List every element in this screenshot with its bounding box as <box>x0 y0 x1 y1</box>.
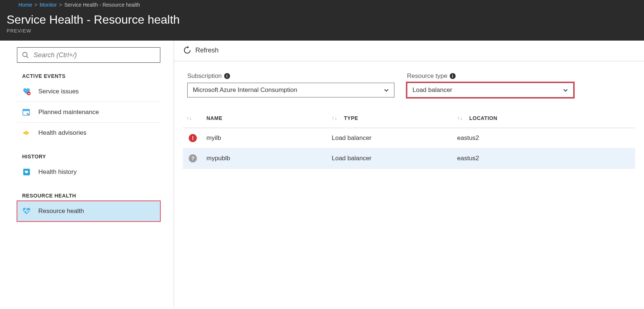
col-location[interactable]: ↑↓LOCATION <box>453 109 635 128</box>
info-icon[interactable]: i <box>450 73 456 79</box>
resource-type-label: Resource type i <box>407 72 574 80</box>
sidebar-item-health-advisories[interactable]: Health advisories <box>17 123 160 143</box>
col-status[interactable]: ↑↓ <box>183 109 203 128</box>
filter-subscription: Subscription i Microsoft Azure Internal … <box>187 72 394 97</box>
content-panel: Refresh Subscription i Microsoft Azure I… <box>174 41 644 307</box>
resource-type-value: Load balancer <box>412 86 452 94</box>
resource-type-label-text: Resource type <box>407 72 448 80</box>
section-active-events: ACTIVE EVENTS <box>22 73 160 79</box>
header-bar: Home > Monitor > Service Health - Resour… <box>0 0 644 41</box>
status-error-icon: ! <box>189 134 197 142</box>
sidebar-item-label: Planned maintenance <box>38 109 99 116</box>
resource-table-wrap: ↑↓ NAME ↑↓TYPE ↑↓LOCATION ! myilb Load b… <box>174 105 644 169</box>
cell-type: Load balancer <box>328 148 453 169</box>
search-icon <box>22 51 29 59</box>
breadcrumb-sep: > <box>59 2 62 8</box>
page-title: Service Health - Resource health <box>7 10 637 27</box>
table-row[interactable]: ? mypublb Load balancer eastus2 <box>183 148 635 169</box>
filters-row: Subscription i Microsoft Azure Internal … <box>174 61 644 105</box>
sidebar-item-resource-health[interactable]: Resource health <box>17 201 160 222</box>
subscription-value: Microsoft Azure Internal Consumption <box>193 86 297 94</box>
col-type[interactable]: ↑↓TYPE <box>328 109 453 128</box>
toolbar: Refresh <box>174 41 644 61</box>
sidebar-item-planned-maintenance[interactable]: Planned maintenance <box>17 102 160 123</box>
sort-icon: ↑↓ <box>332 115 337 121</box>
page-subtitle: PREVIEW <box>7 28 637 34</box>
sidebar-item-service-issues[interactable]: Service issues <box>17 81 160 102</box>
table-row[interactable]: ! myilb Load balancer eastus2 <box>183 128 635 148</box>
resource-type-dropdown[interactable]: Load balancer <box>407 83 574 97</box>
section-history: HISTORY <box>22 154 160 159</box>
col-type-label: TYPE <box>344 115 358 121</box>
refresh-button[interactable]: Refresh <box>183 46 219 55</box>
breadcrumb-sep: > <box>34 2 37 8</box>
sidebar-item-label: Resource health <box>38 207 84 215</box>
sidebar: ACTIVE EVENTS Service issues Planned mai… <box>0 41 174 307</box>
subscription-dropdown[interactable]: Microsoft Azure Internal Consumption <box>187 83 394 97</box>
svg-point-0 <box>23 52 27 57</box>
col-name[interactable]: NAME <box>203 109 328 128</box>
breadcrumb-monitor[interactable]: Monitor <box>40 2 57 8</box>
svg-rect-5 <box>23 109 29 111</box>
chevron-down-icon <box>562 87 569 93</box>
refresh-icon <box>183 46 192 55</box>
breadcrumb-current: Service Health - Resource health <box>64 2 140 8</box>
cell-name: myilb <box>203 128 328 148</box>
heart-error-icon <box>22 87 31 96</box>
cell-location: eastus2 <box>453 148 635 169</box>
sidebar-item-health-history[interactable]: Health history <box>17 162 160 182</box>
subscription-label: Subscription i <box>187 72 394 80</box>
heart-pulse-icon <box>22 207 31 216</box>
subscription-label-text: Subscription <box>187 72 222 80</box>
svg-rect-6 <box>27 132 29 134</box>
sort-icon: ↑↓ <box>187 115 192 121</box>
sort-icon: ↑↓ <box>457 115 463 121</box>
megaphone-icon <box>22 128 31 137</box>
breadcrumb-home[interactable]: Home <box>18 2 32 8</box>
col-location-label: LOCATION <box>469 115 497 121</box>
refresh-label: Refresh <box>195 47 219 54</box>
col-name-label: NAME <box>206 115 222 121</box>
search-input[interactable] <box>34 51 156 59</box>
book-heart-icon <box>22 168 31 176</box>
breadcrumb: Home > Monitor > Service Health - Resour… <box>7 2 637 10</box>
resource-table: ↑↓ NAME ↑↓TYPE ↑↓LOCATION ! myilb Load b… <box>183 109 635 169</box>
sidebar-item-label: Health history <box>38 168 77 176</box>
filter-resource-type: Resource type i Load balancer <box>407 72 574 97</box>
search-box[interactable] <box>17 47 160 63</box>
svg-rect-3 <box>28 93 30 94</box>
cell-location: eastus2 <box>453 128 635 148</box>
chevron-down-icon <box>383 87 390 93</box>
sidebar-item-label: Service issues <box>38 88 79 95</box>
cell-type: Load balancer <box>328 128 453 148</box>
svg-line-1 <box>27 56 28 58</box>
calendar-wrench-icon <box>22 108 31 117</box>
status-unknown-icon: ? <box>189 154 197 162</box>
section-resource-health: RESOURCE HEALTH <box>22 193 160 199</box>
sidebar-item-label: Health advisories <box>38 129 86 137</box>
cell-name: mypublb <box>203 148 328 169</box>
info-icon[interactable]: i <box>224 73 230 79</box>
